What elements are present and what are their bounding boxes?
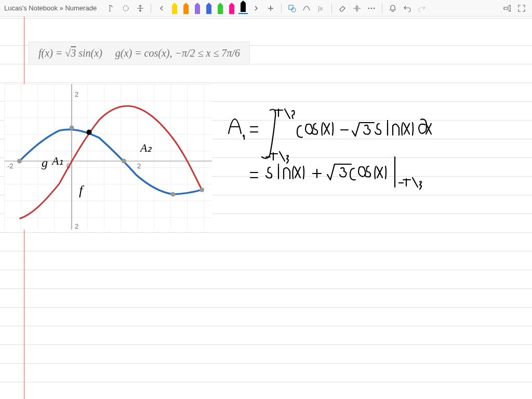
- breadcrumb-notebook: Lucas's Notebook: [4, 4, 58, 12]
- ink-to-shape-button[interactable]: [300, 2, 313, 15]
- breadcrumb-separator: »: [60, 4, 63, 12]
- plot-container[interactable]: -2 0 2 2 2: [4, 84, 212, 230]
- highlighter-pink[interactable]: [227, 3, 236, 14]
- separator: [382, 4, 382, 13]
- separator: [281, 4, 282, 13]
- svg-rect-1: [289, 5, 293, 9]
- eraser-icon: [338, 4, 347, 12]
- insert-space-icon: [136, 4, 144, 12]
- svg-point-0: [123, 6, 128, 11]
- prev-pen-button[interactable]: [155, 2, 168, 15]
- highlighter-orange-icon: [183, 5, 189, 14]
- xtick-2: 2: [137, 162, 141, 170]
- ruler-button[interactable]: [351, 2, 363, 15]
- breadcrumb-page: Numerade: [65, 4, 97, 12]
- highlighter-blue-icon: [206, 5, 211, 14]
- highlighter-purple[interactable]: [193, 3, 202, 14]
- dot-g-top: [70, 126, 74, 130]
- plot-svg: -2 0 2 2 2: [4, 84, 212, 230]
- text-cursor-icon: [107, 4, 115, 12]
- ink-math-icon: ∫a: [317, 4, 325, 12]
- separator: [151, 4, 151, 13]
- chevron-left-icon: [159, 6, 164, 11]
- highlighter-green-icon: [218, 5, 223, 14]
- chevron-right-icon: [254, 6, 259, 11]
- fullscreen-button[interactable]: [515, 2, 528, 15]
- share-button[interactable]: [501, 2, 513, 15]
- redo-button[interactable]: [416, 2, 428, 15]
- ytick-neg2: 2: [75, 222, 78, 230]
- highlighter-yellow-icon: [172, 5, 177, 14]
- dot-g-xcross: [122, 159, 126, 164]
- notebook-page[interactable]: f(x) = √3 sin(x) g(x) = cos(x), −π/2 ≤ x…: [0, 17, 532, 399]
- dot-g-start: [17, 159, 22, 164]
- next-pen-button[interactable]: [250, 2, 262, 15]
- svg-point-4: [368, 7, 370, 9]
- ink-shape-icon: [302, 4, 311, 12]
- formula-box: f(x) = √3 sin(x) g(x) = cos(x), −π/2 ≤ x…: [29, 42, 250, 65]
- highlighter-orange[interactable]: [181, 3, 191, 14]
- xtick-neg2: -2: [7, 162, 14, 170]
- shapes-icon: [288, 4, 296, 12]
- breadcrumb[interactable]: Lucas's Notebook » Numerade: [4, 4, 97, 12]
- dot-end: [200, 188, 204, 192]
- svg-text:∫a: ∫a: [317, 5, 323, 12]
- highlighter-pink-icon: [229, 5, 234, 14]
- bell-icon: [389, 4, 397, 12]
- ytick-2: 2: [75, 90, 78, 98]
- notifications-button[interactable]: [387, 2, 399, 15]
- highlighter-green[interactable]: [216, 3, 225, 14]
- svg-rect-7: [4, 84, 212, 230]
- separator: [331, 4, 332, 13]
- fullscreen-icon: [517, 4, 526, 12]
- add-pen-button[interactable]: [264, 2, 277, 15]
- undo-button[interactable]: [401, 2, 414, 15]
- share-icon: [503, 4, 511, 12]
- svg-point-2: [291, 8, 296, 12]
- svg-point-6: [374, 7, 375, 9]
- plus-icon: [267, 5, 274, 12]
- ruler-icon: [353, 4, 361, 12]
- toolbar: Lucas's Notebook » Numerade ∫a: [0, 0, 532, 17]
- lasso-icon: [122, 4, 130, 12]
- svg-point-5: [371, 7, 373, 9]
- more-icon: [367, 4, 376, 12]
- formula-f: f(x) = √3 sin(x): [38, 47, 102, 59]
- eraser-button[interactable]: [336, 2, 349, 15]
- pen-black-icon: [241, 3, 246, 12]
- formula-g: g(x) = cos(x), −π/2 ≤ x ≤ 7π/6: [115, 47, 240, 59]
- dot-g-min: [170, 192, 175, 196]
- highlighter-yellow[interactable]: [170, 3, 179, 14]
- dot-intersection: [87, 130, 92, 135]
- lasso-tool-button[interactable]: [119, 2, 132, 15]
- handwritten-math: [223, 105, 514, 209]
- undo-icon: [403, 4, 411, 12]
- text-tool-button[interactable]: [105, 2, 117, 15]
- redo-icon: [418, 4, 426, 12]
- more-button[interactable]: [365, 2, 378, 15]
- insert-space-button[interactable]: [134, 2, 147, 15]
- highlighter-purple-icon: [195, 5, 200, 14]
- highlighter-blue[interactable]: [204, 3, 214, 14]
- shapes-button[interactable]: [286, 2, 298, 15]
- pen-black[interactable]: [238, 3, 248, 14]
- ink-to-math-button[interactable]: ∫a: [315, 2, 327, 15]
